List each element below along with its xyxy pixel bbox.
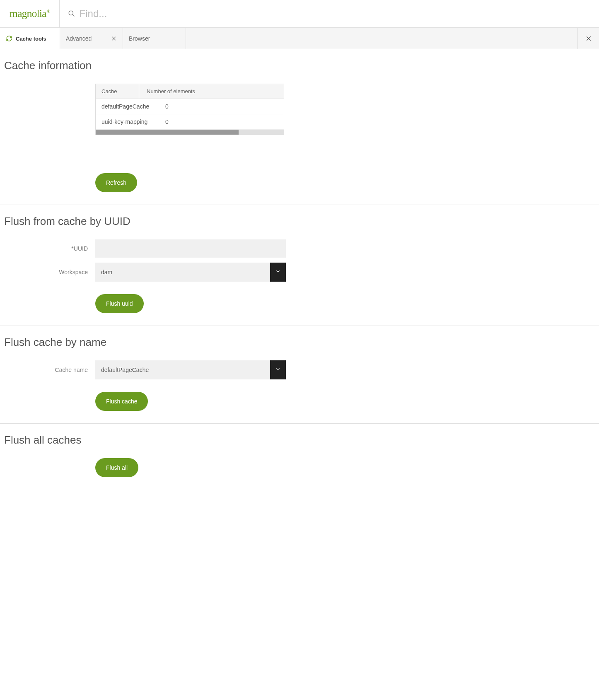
cache-name-select[interactable]: defaultPageCache xyxy=(95,360,286,379)
header: magnolia® xyxy=(0,0,599,28)
workspace-select[interactable]: dam xyxy=(95,263,286,282)
tab-advanced-label: Advanced xyxy=(66,35,92,42)
cell-cache-count: 0 xyxy=(158,114,284,129)
chevron-down-icon xyxy=(275,366,281,374)
uuid-input[interactable] xyxy=(95,239,286,258)
refresh-cycle-icon xyxy=(6,35,12,42)
tab-advanced[interactable]: Advanced xyxy=(60,28,123,49)
section-title: Flush from cache by UUID xyxy=(4,215,595,228)
search-wrap xyxy=(60,0,599,27)
chevron-down-icon xyxy=(275,268,281,276)
section-title: Cache information xyxy=(4,59,595,72)
workspace-value: dam xyxy=(95,263,270,282)
cell-cache-count: 0 xyxy=(158,99,284,114)
close-icon[interactable] xyxy=(111,36,117,41)
tabs-row: Cache tools Advanced Browser xyxy=(0,28,599,49)
scrollbar-thumb[interactable] xyxy=(96,130,239,135)
close-all-tabs[interactable] xyxy=(577,28,599,49)
cache-name-dropdown-button[interactable] xyxy=(270,360,286,379)
flush-all-button[interactable]: Flush all xyxy=(95,458,138,477)
subtabs-spacer xyxy=(186,28,577,49)
cache-name-value: defaultPageCache xyxy=(95,360,270,379)
th-count: Number of elements xyxy=(139,84,284,99)
section-title: Flush all caches xyxy=(4,434,595,447)
tab-browser[interactable]: Browser xyxy=(123,28,186,49)
cell-cache-name: defaultPageCache xyxy=(96,99,158,114)
main-tab-cache-tools[interactable]: Cache tools xyxy=(0,28,60,49)
section-flush-uuid: Flush from cache by UUID *UUID Workspace… xyxy=(0,205,599,326)
section-title: Flush cache by name xyxy=(4,336,595,349)
flush-cache-button[interactable]: Flush cache xyxy=(95,392,148,411)
th-cache: Cache xyxy=(96,84,139,99)
main-tab-label: Cache tools xyxy=(16,36,46,42)
table-scrollbar[interactable] xyxy=(96,130,284,135)
search-icon xyxy=(68,10,75,17)
logo-wrap: magnolia® xyxy=(0,0,60,27)
tab-browser-label: Browser xyxy=(129,35,150,42)
close-icon xyxy=(585,35,592,42)
svg-line-1 xyxy=(72,14,74,16)
section-flush-name: Flush cache by name Cache name defaultPa… xyxy=(0,326,599,424)
subtabs: Advanced Browser xyxy=(60,28,599,49)
uuid-label: *UUID xyxy=(9,245,95,252)
registered-mark: ® xyxy=(47,9,50,14)
table-row[interactable]: uuid-key-mapping 0 xyxy=(96,114,284,130)
logo-text: magnolia xyxy=(10,7,46,19)
logo[interactable]: magnolia® xyxy=(10,7,50,20)
cell-cache-name: uuid-key-mapping xyxy=(96,114,158,129)
svg-point-0 xyxy=(69,11,73,15)
table-header: Cache Number of elements xyxy=(96,84,284,99)
section-flush-all: Flush all caches Flush all xyxy=(0,424,599,490)
table-row[interactable]: defaultPageCache 0 xyxy=(96,99,284,114)
section-cache-information: Cache information Cache Number of elemen… xyxy=(0,49,599,205)
refresh-button[interactable]: Refresh xyxy=(95,173,137,192)
workspace-label: Workspace xyxy=(9,269,95,275)
cache-info-table: Cache Number of elements defaultPageCach… xyxy=(95,84,284,135)
cache-name-label: Cache name xyxy=(9,367,95,373)
flush-uuid-button[interactable]: Flush uuid xyxy=(95,294,144,313)
workspace-dropdown-button[interactable] xyxy=(270,263,286,282)
search-input[interactable] xyxy=(80,8,591,19)
